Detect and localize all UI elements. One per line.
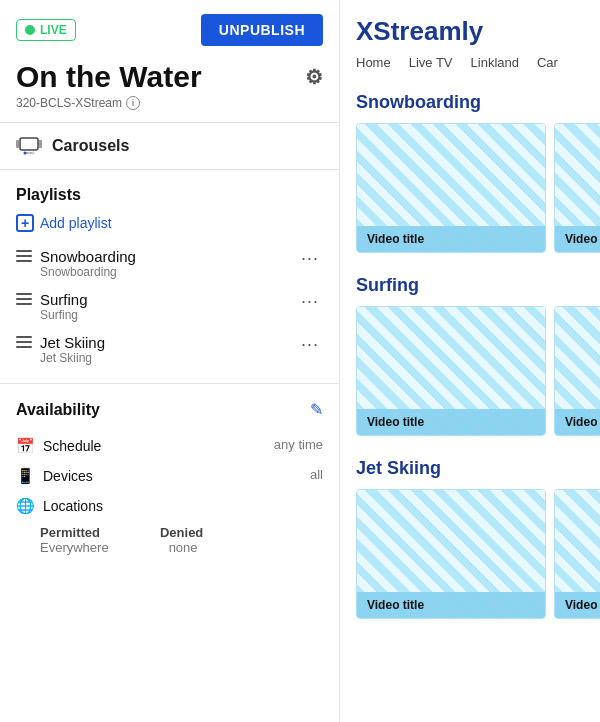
card-label-6: Video title <box>555 592 600 618</box>
unpublish-button[interactable]: UNPUBLISH <box>201 14 323 46</box>
playlist-item-jetskiing: Jet Skiing Jet Skiing ··· <box>16 328 323 371</box>
edit-icon[interactable]: ✎ <box>310 400 323 419</box>
denied-value: none <box>169 540 198 555</box>
devices-label: Devices <box>43 468 93 484</box>
carousel-strip-jetskiing: Video title Video title <box>356 489 600 619</box>
permitted-label: Permitted <box>40 525 100 540</box>
gear-icon[interactable]: ⚙ <box>305 65 323 89</box>
availability-devices-row: 📱 Devices all <box>16 461 323 491</box>
svg-rect-0 <box>20 138 38 150</box>
list-icon <box>16 336 32 348</box>
playlist-item-snowboarding: Snowboarding Snowboarding ··· <box>16 242 323 285</box>
card-label-3: Video title <box>357 409 545 435</box>
svg-point-6 <box>32 152 35 155</box>
schedule-value: any time <box>274 437 323 452</box>
card-label-5: Video title <box>357 592 545 618</box>
svg-rect-1 <box>16 140 19 148</box>
playlist-more-snowboarding[interactable]: ··· <box>297 248 323 269</box>
availability-section: Availability ✎ 📅 Schedule any time 📱 Dev… <box>0 383 339 559</box>
availability-locations-row: 🌐 Locations <box>16 491 323 521</box>
schedule-icon: 📅 <box>16 437 35 455</box>
info-icon[interactable]: i <box>126 96 140 110</box>
playlist-item-surfing: Surfing Surfing ··· <box>16 285 323 328</box>
locations-details: Permitted Denied Everywhere none <box>40 525 323 555</box>
carousels-section[interactable]: Carousels <box>0 123 339 169</box>
carousels-svg-icon <box>16 135 42 157</box>
live-label: LIVE <box>40 23 67 37</box>
carousel-card-3: Video title <box>356 306 546 436</box>
playlist-sub-snowboarding: Snowboarding <box>40 265 136 279</box>
playlists-section: Playlists + Add playlist Snowboarding Sn… <box>0 170 339 375</box>
add-playlist-label: Add playlist <box>40 215 112 231</box>
devices-icon: 📱 <box>16 467 35 485</box>
playlist-name-jetskiing: Jet Skiing <box>40 334 105 351</box>
list-icon <box>16 250 32 262</box>
availability-header: Availability ✎ <box>16 400 323 419</box>
devices-value: all <box>310 467 323 482</box>
carousel-card-6: Video title <box>554 489 600 619</box>
carousels-label: Carousels <box>52 137 129 155</box>
svg-point-5 <box>28 152 31 155</box>
left-panel: LIVE UNPUBLISH On the Water ⚙ 320-BCLS-X… <box>0 0 340 722</box>
section-title-jetskiing: Jet Skiing <box>356 458 600 479</box>
schedule-label: Schedule <box>43 438 101 454</box>
tab-car[interactable]: Car <box>537 55 558 72</box>
tab-home[interactable]: Home <box>356 55 391 72</box>
section-title-surfing: Surfing <box>356 275 600 296</box>
svg-point-4 <box>24 152 27 155</box>
locations-icon: 🌐 <box>16 497 35 515</box>
card-label-4: Video title <box>555 409 600 435</box>
playlist-name-surfing: Surfing <box>40 291 88 308</box>
page-id-text: 320-BCLS-XStream <box>16 96 122 110</box>
carousel-card-2: Video title <box>554 123 600 253</box>
playlist-sub-surfing: Surfing <box>40 308 88 322</box>
nav-tabs: Home Live TV Linkland Car <box>356 55 600 72</box>
add-playlist-button[interactable]: + Add playlist <box>16 214 323 232</box>
availability-title: Availability <box>16 401 100 419</box>
section-title-snowboarding: Snowboarding <box>356 92 600 113</box>
svg-rect-2 <box>39 140 42 148</box>
playlist-name-snowboarding: Snowboarding <box>40 248 136 265</box>
carousel-card-4: Video title <box>554 306 600 436</box>
add-playlist-icon: + <box>16 214 34 232</box>
playlist-more-surfing[interactable]: ··· <box>297 291 323 312</box>
tab-linkland[interactable]: Linkland <box>471 55 519 72</box>
locations-label: Locations <box>43 498 103 514</box>
page-title-row: On the Water ⚙ <box>0 56 339 96</box>
denied-label: Denied <box>160 525 203 540</box>
carousel-strip-surfing: Video title Video title <box>356 306 600 436</box>
playlist-sub-jetskiing: Jet Skiing <box>40 351 105 365</box>
list-icon <box>16 293 32 305</box>
page-title: On the Water <box>16 60 202 94</box>
permitted-value: Everywhere <box>40 540 109 555</box>
availability-schedule-row: 📅 Schedule any time <box>16 431 323 461</box>
carousel-strip-snowboarding: Video title Video title <box>356 123 600 253</box>
playlists-header: Playlists <box>16 186 323 204</box>
tab-livetv[interactable]: Live TV <box>409 55 453 72</box>
card-label-2: Video title <box>555 226 600 252</box>
playlist-more-jetskiing[interactable]: ··· <box>297 334 323 355</box>
carousel-card-1: Video title <box>356 123 546 253</box>
live-dot-icon <box>25 25 35 35</box>
right-panel: XStreamly Home Live TV Linkland Car Snow… <box>340 0 600 722</box>
live-badge: LIVE <box>16 19 76 41</box>
app-title: XStreamly <box>356 16 600 47</box>
card-label-1: Video title <box>357 226 545 252</box>
page-id-row: 320-BCLS-XStream i <box>0 96 339 122</box>
top-bar: LIVE UNPUBLISH <box>0 0 339 56</box>
carousel-card-5: Video title <box>356 489 546 619</box>
carousels-icon <box>16 135 42 157</box>
